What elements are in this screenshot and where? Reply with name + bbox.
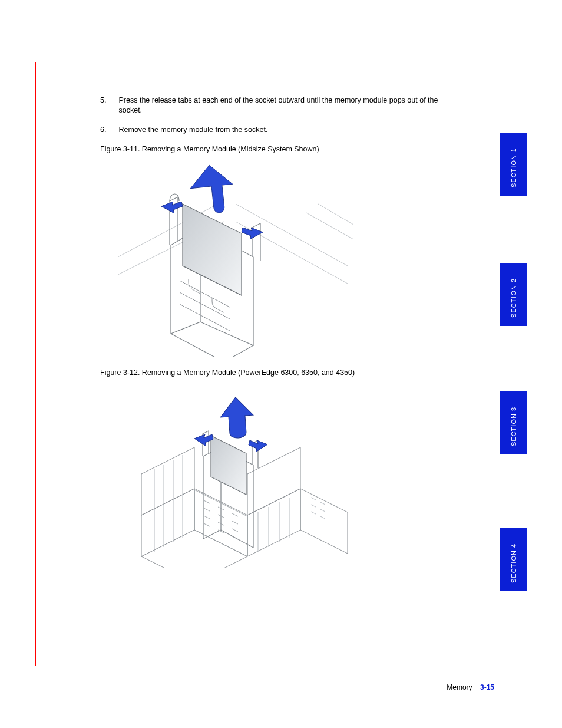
svg-marker-10 [247, 447, 300, 515]
main-content: 5. Press the release tabs at each end of… [100, 95, 461, 579]
page-footer: Memory 3-15 [100, 683, 494, 691]
svg-marker-0 [183, 204, 242, 295]
svg-line-35 [232, 529, 238, 532]
figure-caption-2: Figure 3-12. Removing a Memory Module (P… [100, 368, 461, 378]
figure-1 [100, 157, 461, 357]
tab-label: SECTION 1 [500, 133, 527, 203]
step-5: 5. Press the release tabs at each end of… [100, 95, 461, 116]
tab-section-4[interactable]: SECTION 4 [500, 528, 527, 591]
step-text: Remove the memory module from the socket… [118, 125, 454, 135]
svg-line-33 [232, 513, 238, 516]
tab-section-3[interactable]: SECTION 3 [500, 391, 527, 454]
svg-marker-23 [211, 436, 246, 495]
tab-label: SECTION 2 [500, 263, 527, 333]
step-number: 6. [100, 125, 117, 135]
svg-line-28 [204, 523, 210, 526]
tab-label: SECTION 3 [500, 391, 527, 462]
svg-marker-11 [247, 489, 300, 556]
figure-caption-1: Figure 3-11. Removing a Memory Module (M… [100, 144, 461, 154]
svg-line-20 [320, 502, 325, 505]
page-number: 3-15 [480, 683, 494, 691]
tab-section-2[interactable]: SECTION 2 [500, 263, 527, 326]
svg-line-26 [204, 508, 210, 511]
svg-line-17 [311, 498, 316, 500]
svg-line-19 [311, 512, 316, 514]
svg-line-27 [204, 516, 210, 519]
step-6: 6. Remove the memory module from the soc… [100, 125, 461, 135]
svg-line-21 [320, 509, 325, 512]
tab-section-1[interactable]: SECTION 1 [500, 133, 527, 196]
figure-2 [100, 380, 461, 568]
tab-label: SECTION 4 [500, 528, 527, 598]
svg-line-18 [311, 505, 316, 507]
step-number: 5. [100, 95, 117, 106]
step-text: Press the release tabs at each end of th… [118, 95, 454, 116]
svg-marker-2 [141, 447, 194, 515]
svg-line-36 [232, 536, 238, 539]
svg-marker-12 [300, 489, 348, 554]
footer-title: Memory [447, 683, 472, 691]
section-tabs: SECTION 1 SECTION 2 SECTION 3 SECTION 4 [500, 0, 527, 728]
svg-line-22 [320, 516, 325, 519]
svg-line-34 [232, 521, 238, 524]
svg-line-25 [204, 500, 210, 503]
